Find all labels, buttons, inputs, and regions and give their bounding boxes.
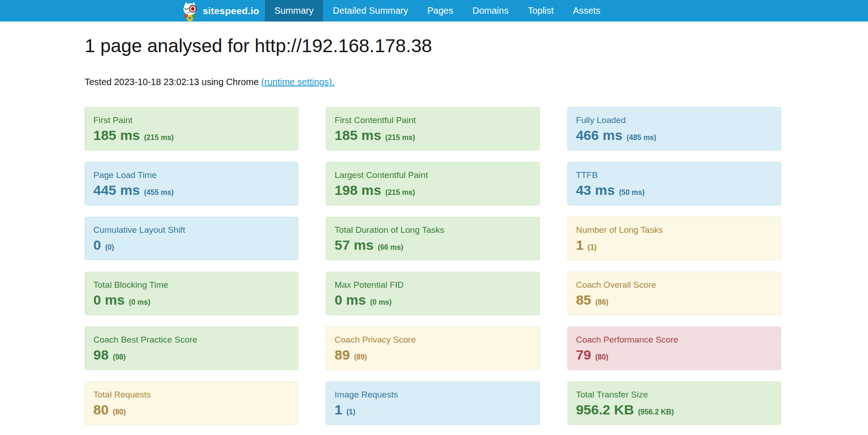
metric-value-row: 198 ms(215 ms) <box>334 183 531 198</box>
main-content: 1 page analysed for http://192.168.178.3… <box>0 35 868 435</box>
metric-value: 0 ms <box>93 293 124 307</box>
metric-label: Total Blocking Time <box>93 279 290 290</box>
sitespeed-cat-mascot-icon <box>180 0 199 21</box>
nav-item-summary[interactable]: Summary <box>265 0 323 21</box>
metric-value-row: 0(0) <box>93 238 290 252</box>
metric-secondary-value: (66 ms) <box>377 243 403 252</box>
metric-value: 57 ms <box>334 238 373 252</box>
metrics-grid: First Paint185 ms(215 ms)First Contentfu… <box>85 107 781 435</box>
navbar-inner: sitespeed.io SummaryDetailed SummaryPage… <box>180 0 610 21</box>
page-title: 1 page analysed for http://192.168.178.3… <box>85 35 868 57</box>
metric-label: Coach Overall Score <box>576 279 772 290</box>
metric-value-row: 43 ms(50 ms) <box>576 183 772 198</box>
metric-label: Largest Contentful Paint <box>334 170 531 181</box>
metric-card-coach-best-practice-score: Coach Best Practice Score98(98) <box>85 327 298 370</box>
metric-secondary-value: (215 ms) <box>144 134 174 142</box>
metric-secondary-value: (80) <box>113 408 125 416</box>
metric-label: Image Requests <box>334 389 531 400</box>
metric-card-coach-overall-score: Coach Overall Score85(86) <box>567 272 781 315</box>
brand-link[interactable]: sitespeed.io <box>180 0 265 21</box>
metric-label: Coach Best Practice Score <box>93 334 290 345</box>
metric-secondary-value: (215 ms) <box>385 188 415 197</box>
metric-secondary-value: (0 ms) <box>370 298 392 306</box>
metric-secondary-value: (1) <box>588 243 597 252</box>
metric-value: 185 ms <box>334 128 381 143</box>
metric-secondary-value: (455 ms) <box>144 188 174 197</box>
metric-label: Coach Privacy Score <box>334 334 531 345</box>
metric-card-image-requests: Image Requests1(1) <box>326 381 539 425</box>
metric-label: Max Potential FID <box>334 279 531 290</box>
metric-card-page-load-time: Page Load Time445 ms(455 ms) <box>85 162 298 205</box>
metric-card-total-transfer-size: Total Transfer Size956.2 KB(956.2 KB) <box>567 381 781 425</box>
runtime-settings-link[interactable]: (runtime settings). <box>261 77 334 87</box>
nav-item-pages[interactable]: Pages <box>418 0 463 21</box>
metric-value-row: 85(86) <box>576 293 772 307</box>
metric-secondary-value: (215 ms) <box>385 134 415 142</box>
metric-value: 85 <box>576 293 591 307</box>
metric-secondary-value: (98) <box>113 353 125 361</box>
metric-secondary-value: (1) <box>346 408 356 416</box>
metric-label: Total Transfer Size <box>576 389 772 400</box>
metric-secondary-value: (485 ms) <box>626 134 656 142</box>
metric-value: 43 ms <box>576 183 615 198</box>
metric-secondary-value: (89) <box>354 353 367 361</box>
metric-card-first-contentful-paint: First Contentful Paint185 ms(215 ms) <box>326 107 539 150</box>
metric-card-max-potential-fid: Max Potential FID0 ms(0 ms) <box>326 272 539 315</box>
metric-value: 198 ms <box>334 183 381 198</box>
metric-value: 185 ms <box>93 128 140 143</box>
metric-secondary-value: (0) <box>105 243 114 252</box>
metric-card-cumulative-layout-shift: Cumulative Layout Shift0(0) <box>85 217 298 260</box>
metric-secondary-value: (50 ms) <box>619 188 645 197</box>
metric-card-ttfb: TTFB43 ms(50 ms) <box>567 162 781 205</box>
metric-card-coach-privacy-score: Coach Privacy Score89(89) <box>326 327 539 370</box>
metric-value-row: 89(89) <box>334 348 531 362</box>
metric-value-row: 956.2 KB(956.2 KB) <box>576 403 772 417</box>
metric-label: First Paint <box>93 115 290 126</box>
metric-secondary-value: (80) <box>595 353 608 361</box>
metric-value-row: 466 ms(485 ms) <box>576 128 772 143</box>
nav-item-domains[interactable]: Domains <box>463 0 518 21</box>
navbar: sitespeed.io SummaryDetailed SummaryPage… <box>0 0 868 21</box>
metric-card-largest-contentful-paint: Largest Contentful Paint198 ms(215 ms) <box>326 162 539 205</box>
metric-value: 79 <box>576 348 591 362</box>
metric-value-row: 185 ms(215 ms) <box>334 128 531 143</box>
nav-item-assets[interactable]: Assets <box>563 0 610 21</box>
metric-secondary-value: (86) <box>595 298 608 306</box>
metric-label: Coach Performance Score <box>576 334 772 345</box>
metric-value: 956.2 KB <box>576 403 634 417</box>
metric-value-row: 445 ms(455 ms) <box>93 183 290 198</box>
metric-value-row: 1(1) <box>334 403 531 417</box>
metric-value: 1 <box>334 403 342 417</box>
metric-value: 89 <box>334 348 350 362</box>
metric-value: 98 <box>93 348 108 362</box>
tested-text: Tested 2023-10-18 23:02:13 using Chrome <box>85 77 259 87</box>
metric-value: 1 <box>576 238 584 252</box>
metric-value-row: 98(98) <box>93 348 290 362</box>
metric-secondary-value: (956.2 KB) <box>638 408 674 416</box>
metric-value: 80 <box>93 403 108 417</box>
metric-label: Fully Loaded <box>576 115 772 126</box>
metric-value-row: 185 ms(215 ms) <box>93 128 290 143</box>
metric-label: Page Load Time <box>93 170 290 181</box>
metric-card-total-duration-of-long-tasks: Total Duration of Long Tasks57 ms(66 ms) <box>326 217 539 260</box>
metric-value-row: 80(80) <box>93 403 290 417</box>
brand-text: sitespeed.io <box>203 5 259 16</box>
metric-card-total-requests: Total Requests80(80) <box>85 381 298 425</box>
metric-value: 445 ms <box>93 183 140 198</box>
metric-secondary-value: (0 ms) <box>129 298 150 306</box>
metric-card-total-blocking-time: Total Blocking Time0 ms(0 ms) <box>85 272 298 315</box>
metric-card-number-of-long-tasks: Number of Long Tasks1(1) <box>567 217 781 260</box>
nav-item-detailed-summary[interactable]: Detailed Summary <box>323 0 418 21</box>
tested-line: Tested 2023-10-18 23:02:13 using Chrome … <box>85 77 868 87</box>
nav-items: SummaryDetailed SummaryPagesDomainsTopli… <box>265 0 610 21</box>
metric-label: Number of Long Tasks <box>576 225 772 236</box>
metric-value: 0 <box>93 238 101 252</box>
metric-value-row: 79(80) <box>576 348 772 362</box>
metric-card-first-paint: First Paint185 ms(215 ms) <box>85 107 298 150</box>
metric-label: Total Requests <box>93 389 290 400</box>
metric-value-row: 1(1) <box>576 238 772 252</box>
metric-value: 0 ms <box>334 293 366 307</box>
nav-item-toplist[interactable]: Toplist <box>518 0 563 21</box>
metric-value-row: 0 ms(0 ms) <box>334 293 531 307</box>
metric-label: First Contentful Paint <box>334 115 531 126</box>
